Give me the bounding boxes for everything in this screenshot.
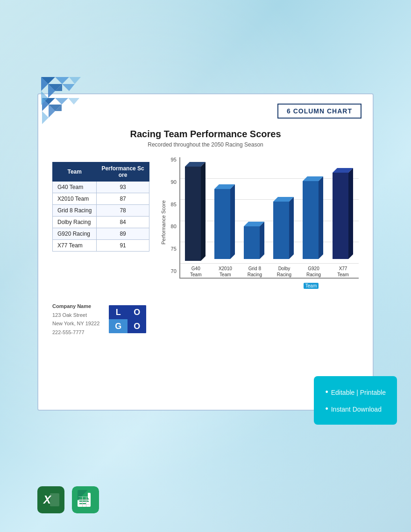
content-area: Team Performance Score G40 Team 93X2010 … bbox=[52, 157, 359, 288]
bar-svg bbox=[244, 222, 265, 264]
badge-item2: •Instant Download bbox=[325, 400, 386, 417]
bar-svg bbox=[273, 197, 295, 264]
svg-marker-19 bbox=[201, 162, 206, 261]
address-line1: 123 Oak Street bbox=[52, 311, 99, 320]
team-score: 84 bbox=[97, 217, 149, 228]
chart-area: Performance Score 959085807570 G40TeamX2… bbox=[159, 157, 359, 288]
team-name: G40 Team bbox=[53, 182, 97, 193]
svg-rect-32 bbox=[333, 173, 348, 259]
col-header-score: Performance Score bbox=[97, 162, 149, 182]
svg-marker-31 bbox=[319, 176, 323, 259]
svg-marker-25 bbox=[260, 222, 264, 259]
bar-group: X2010Team bbox=[212, 162, 239, 278]
team-name: X2010 Team bbox=[53, 193, 97, 205]
y-tick: 70 bbox=[166, 269, 177, 274]
table-row: G40 Team 93 bbox=[53, 182, 149, 193]
bar-group: X77Team bbox=[329, 162, 357, 278]
chart-title: Racing Team Performance Scores bbox=[52, 129, 359, 140]
company-info: Company Name 123 Oak Street New York, NY… bbox=[52, 302, 99, 337]
bars-area: G40TeamX2010TeamGrid 8RacingDolbyRacingG… bbox=[179, 157, 359, 279]
bar-label: G40Team bbox=[190, 266, 201, 278]
svg-marker-7 bbox=[69, 77, 81, 84]
svg-rect-47 bbox=[79, 498, 89, 499]
chart-type-badge: 6 COLUMN CHART bbox=[277, 104, 361, 119]
bar-group: Grid 8Racing bbox=[241, 162, 269, 278]
svg-rect-53 bbox=[78, 504, 90, 504]
svg-rect-55 bbox=[86, 497, 86, 507]
chart-subtitle: Recorded throughout the 2050 Racing Seas… bbox=[52, 141, 359, 148]
svg-rect-42 bbox=[50, 493, 59, 506]
y-axis-label: Performance Score bbox=[159, 157, 166, 288]
footer-area: Company Name 123 Oak Street New York, NY… bbox=[52, 302, 359, 337]
table-row: Dolby Racing 84 bbox=[53, 217, 149, 228]
team-score: 78 bbox=[97, 205, 149, 217]
teal-badge: •Editable | Printable •Instant Download bbox=[314, 376, 397, 425]
team-name: Dolby Racing bbox=[53, 217, 97, 228]
bar-group: G920Racing bbox=[300, 162, 327, 278]
svg-rect-51 bbox=[78, 499, 90, 500]
bar-label: X2010Team bbox=[219, 266, 232, 278]
svg-rect-50 bbox=[78, 497, 90, 497]
svg-rect-26 bbox=[273, 202, 289, 259]
y-tick: 75 bbox=[166, 246, 177, 252]
svg-marker-2 bbox=[55, 77, 69, 84]
svg-marker-8 bbox=[62, 84, 75, 91]
svg-rect-20 bbox=[214, 189, 230, 259]
svg-rect-52 bbox=[78, 502, 90, 502]
svg-marker-28 bbox=[289, 197, 294, 259]
team-name: Grid 8 Racing bbox=[53, 205, 97, 217]
data-table-container: Team Performance Score G40 Team 93X2010 … bbox=[52, 157, 149, 252]
bar-svg bbox=[214, 184, 236, 264]
y-tick: 80 bbox=[166, 224, 177, 229]
team-score: 89 bbox=[97, 228, 149, 240]
bar-label: G920Racing bbox=[306, 266, 321, 278]
y-tick: 90 bbox=[166, 180, 177, 185]
table-row: X77 Team 91 bbox=[53, 240, 149, 252]
bar-svg bbox=[303, 176, 324, 264]
svg-marker-34 bbox=[348, 168, 353, 259]
address-line2: New York, NY 19222 bbox=[52, 319, 99, 328]
highlighted-label: Team bbox=[304, 281, 319, 289]
bar-label: X77Team bbox=[337, 266, 348, 278]
sheets-icon bbox=[72, 486, 99, 513]
logo-cell-tl: L bbox=[109, 305, 128, 319]
badge-item1: •Editable | Printable bbox=[325, 384, 386, 400]
svg-rect-23 bbox=[244, 226, 260, 259]
svg-rect-48 bbox=[79, 501, 89, 502]
team-score: 91 bbox=[97, 240, 149, 252]
bar-svg bbox=[333, 168, 354, 264]
team-score: 93 bbox=[97, 182, 149, 193]
team-score: 87 bbox=[97, 193, 149, 205]
performance-table: Team Performance Score G40 Team 93X2010 … bbox=[52, 162, 149, 252]
col-header-team: Team bbox=[53, 162, 97, 182]
y-tick: 95 bbox=[166, 157, 177, 162]
logo-cell-tr: O bbox=[128, 305, 146, 319]
company-logo: L O G O bbox=[109, 305, 146, 333]
logo-cell-br: O bbox=[128, 319, 146, 333]
svg-rect-29 bbox=[303, 181, 319, 259]
bar-label: Grid 8Racing bbox=[248, 266, 262, 278]
svg-rect-17 bbox=[185, 167, 201, 261]
phone: 222-555-7777 bbox=[52, 328, 99, 337]
svg-marker-4 bbox=[41, 91, 48, 105]
y-tick: 85 bbox=[166, 202, 177, 207]
team-name: X77 Team bbox=[53, 240, 97, 252]
bar-group: DolbyRacing bbox=[270, 162, 298, 278]
svg-rect-54 bbox=[82, 497, 83, 507]
table-row: G920 Racing 89 bbox=[53, 228, 149, 240]
y-axis-ticks: 959085807570 bbox=[166, 157, 179, 288]
excel-icon: X bbox=[37, 486, 64, 513]
bottom-icons: X bbox=[37, 486, 99, 513]
table-row: Grid 8 Racing 78 bbox=[53, 205, 149, 217]
bar-label: DolbyRacing bbox=[277, 266, 291, 278]
team-name: G920 Racing bbox=[53, 228, 97, 240]
table-row: X2010 Team 87 bbox=[53, 193, 149, 205]
bar-svg bbox=[185, 162, 206, 264]
bar-group: G40Team bbox=[182, 162, 210, 278]
company-name: Company Name bbox=[52, 302, 99, 311]
svg-marker-22 bbox=[230, 184, 235, 259]
main-card: 6 COLUMN CHART Racing Team Performance S… bbox=[37, 93, 374, 411]
logo-cell-bl: G bbox=[109, 319, 128, 333]
